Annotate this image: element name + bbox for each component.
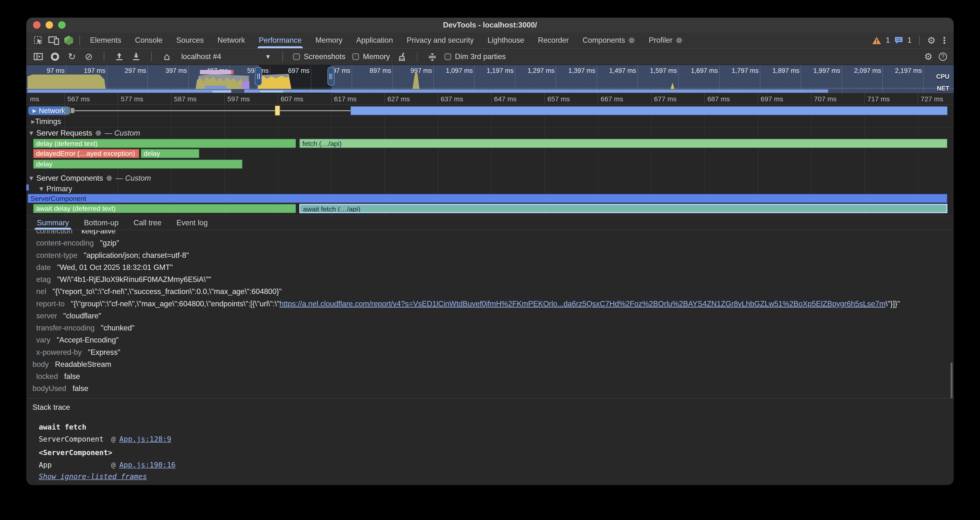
source-location-link[interactable]: App.js:190:16: [119, 459, 175, 471]
tab-event-log[interactable]: Event log: [169, 216, 215, 230]
screenshots-checkbox[interactable]: Screenshots: [293, 52, 345, 61]
ruler-tick: 667 ms: [598, 93, 651, 105]
divider: [104, 52, 104, 61]
ruler-tick: 727 ms: [918, 93, 954, 105]
help-icon[interactable]: ?: [939, 52, 947, 61]
timing-bar-delay-2[interactable]: delay: [141, 149, 199, 158]
timings-track[interactable]: ▶ Timings: [26, 116, 954, 127]
throttling-shortcuts-icon[interactable]: [428, 51, 438, 62]
ruler-tick: 617 ms: [331, 93, 384, 105]
tab-console[interactable]: Console: [128, 33, 169, 48]
expand-arrow-icon[interactable]: ▶: [31, 119, 35, 124]
property-row: transfer-encoding"chunked": [26, 322, 954, 334]
tab-privacy-and-security[interactable]: Privacy and security: [400, 33, 480, 48]
tab-call-tree[interactable]: Call tree: [126, 216, 169, 230]
timing-bar-await-fetch-selected[interactable]: await fetch (…/api): [299, 204, 947, 213]
show-ignore-listed-frames-link[interactable]: Show ignore-listed frames: [39, 472, 147, 481]
close-window-button[interactable]: [33, 21, 40, 29]
react-atom-icon: [676, 37, 682, 44]
collapse-arrow-icon[interactable]: ▼: [29, 175, 33, 181]
divider: [80, 36, 80, 45]
selection-left-handle[interactable]: [255, 67, 262, 86]
collect-garbage-icon[interactable]: [397, 51, 407, 62]
tab-elements[interactable]: Elements: [83, 33, 128, 48]
issues-count: 1: [907, 36, 912, 45]
inspect-element-icon[interactable]: [31, 33, 46, 47]
expand-arrow-icon[interactable]: ▶: [33, 108, 37, 114]
timeline-ruler: ms 567 ms577 ms587 ms597 ms607 ms617 ms6…: [26, 93, 954, 105]
toolbar-right: ⚙ ?: [924, 51, 947, 62]
node-extension-icon[interactable]: [61, 33, 76, 47]
chevron-down-icon: ▼: [266, 54, 270, 60]
tab-profiler[interactable]: Profiler: [642, 33, 689, 48]
more-options-kebab-icon[interactable]: ⋮: [940, 35, 949, 46]
timing-bar-await-delay[interactable]: await delay (deferred text): [33, 204, 296, 213]
tab-summary[interactable]: Summary: [29, 216, 76, 230]
property-row: date"Wed, 01 Oct 2025 18:32:01 GMT": [26, 261, 954, 274]
tab-performance[interactable]: Performance: [252, 33, 309, 48]
server-components-header[interactable]: ▼ Server Components — Custom: [26, 172, 954, 184]
property-row: bodyReadableStream: [26, 358, 954, 371]
net-activity-bar-light: [260, 91, 283, 92]
tab-bottom-up[interactable]: Bottom-up: [76, 216, 126, 230]
warning-icon[interactable]: [872, 37, 881, 45]
memory-checkbox[interactable]: Memory: [352, 52, 390, 61]
reload-and-record-button[interactable]: ↻: [67, 51, 77, 62]
selection-right-handle[interactable]: [328, 67, 334, 86]
server-requests-header[interactable]: ▼ Server Requests — Custom: [26, 127, 954, 139]
ruler-tick: 577 ms: [118, 93, 171, 105]
dim-3rd-parties-checkbox[interactable]: Dim 3rd parties: [444, 52, 506, 61]
response-properties-list: connection"keep-alive" content-encoding"…: [26, 230, 954, 395]
cpu-activity-chart: [26, 65, 954, 93]
tab-recorder[interactable]: Recorder: [531, 33, 576, 48]
scrollbar-thumb[interactable]: [951, 363, 953, 398]
divider: [919, 36, 920, 45]
collapse-arrow-icon[interactable]: ▼: [29, 130, 33, 136]
collapse-arrow-icon[interactable]: ▼: [39, 186, 43, 192]
tab-lighthouse[interactable]: Lighthouse: [480, 33, 531, 48]
ruler-tick: 647 ms: [491, 93, 544, 105]
timeline-overview[interactable]: 97 ms197 ms297 ms397 ms497 ms597 ms697 m…: [26, 65, 954, 93]
network-request-bar[interactable]: [351, 107, 947, 115]
stack-frame: await fetch: [39, 421, 954, 433]
issues-message-icon[interactable]: [894, 37, 903, 45]
timing-bar-delay-3[interactable]: delay: [33, 159, 242, 169]
property-row: x-powered-by"Express": [26, 346, 954, 358]
timing-bar-fetch-api[interactable]: fetch (…/api): [299, 139, 947, 148]
device-toolbar-icon[interactable]: [46, 33, 61, 47]
history-selected: localhost #4: [181, 52, 221, 61]
tab-sources[interactable]: Sources: [169, 33, 210, 48]
network-track[interactable]: ▶ Network: [26, 105, 954, 116]
timing-bar-delay-deferred-text[interactable]: delay (deferred text): [33, 139, 296, 148]
capture-settings-gear-icon[interactable]: ⚙: [924, 51, 932, 62]
download-profile-icon[interactable]: [131, 51, 141, 62]
zoom-window-button[interactable]: [58, 21, 65, 29]
tab-application[interactable]: Application: [349, 33, 400, 48]
timing-bar-servercomponent[interactable]: ServerComponent: [27, 194, 947, 203]
net-activity-bar: [244, 89, 828, 92]
property-row: server"cloudflare": [26, 310, 954, 322]
timing-bar-delayed-error[interactable]: delayedError (…ayed exception): [33, 149, 139, 158]
settings-gear-icon[interactable]: ⚙: [927, 35, 935, 46]
primary-subtrack-header[interactable]: ▼ Primary: [26, 184, 954, 194]
summary-pane[interactable]: connection"keep-alive" content-encoding"…: [26, 230, 954, 398]
tab-memory[interactable]: Memory: [309, 33, 349, 48]
network-track-label[interactable]: ▶ Network: [28, 107, 70, 115]
window-title: DevTools - localhost:3000/: [443, 21, 537, 29]
report-endpoint-link[interactable]: https://a.nel.cloudflare.com/report/v4?s…: [280, 299, 886, 308]
toggle-sidebar-icon[interactable]: [33, 51, 43, 62]
clear-recording-button[interactable]: ⊘: [84, 51, 94, 62]
source-location-link[interactable]: App.js:128:9: [119, 433, 171, 445]
stack-trace-section: Stack trace await fetch ServerComponent …: [26, 398, 954, 485]
tab-network[interactable]: Network: [210, 33, 252, 48]
history-dropdown[interactable]: localhost #4 ▼: [179, 52, 272, 61]
property-row: content-type"application/json; charset=u…: [26, 250, 954, 261]
upload-profile-icon[interactable]: [114, 51, 124, 62]
ruler-tick: 707 ms: [811, 93, 864, 105]
flamechart-tracks[interactable]: ▶ Network ▶ Timings ▼ Server Requests — …: [26, 105, 954, 216]
record-button[interactable]: [50, 51, 60, 62]
home-live-metrics-icon[interactable]: ⌂: [162, 51, 172, 62]
minimize-window-button[interactable]: [46, 21, 53, 29]
tab-components[interactable]: Components: [576, 33, 642, 48]
network-request-marker-yellow[interactable]: [275, 106, 280, 116]
